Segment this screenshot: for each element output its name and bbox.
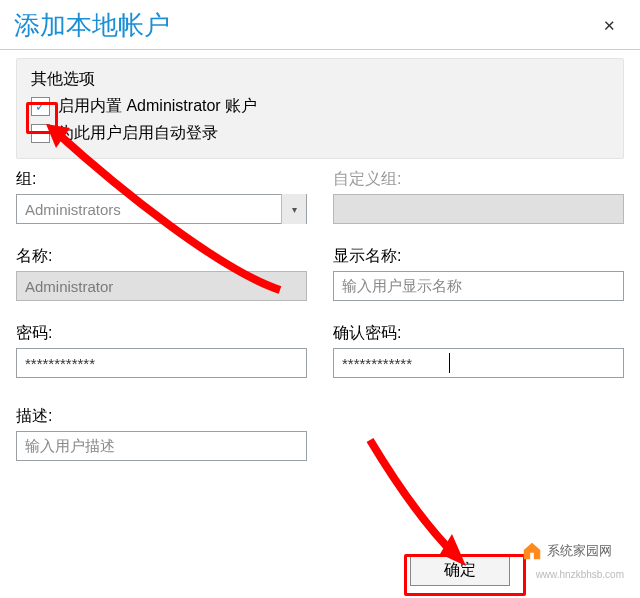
password-field: 密码: ************ [16,323,307,378]
ok-button[interactable]: 确定 [410,554,510,586]
chevron-down-icon: ▾ [281,194,306,224]
dialog-title: 添加本地帐户 [14,8,170,43]
watermark: 系统家园网 [521,540,612,562]
auto-login-checkbox[interactable] [31,124,50,143]
watermark-url: www.hnzkbhsb.com [536,569,624,580]
group-field: 组: Administrators ▾ [16,169,307,224]
close-icon[interactable]: ✕ [597,13,622,39]
other-options-panel: 其他选项 启用内置 Administrator 账户 为此用户启用自动登录 [16,58,624,159]
name-value: Administrator [25,278,113,295]
divider [0,49,640,50]
confirm-password-value: ************ [342,355,412,372]
enable-admin-checkbox[interactable] [31,97,50,116]
group-select[interactable]: Administrators ▾ [16,194,307,224]
text-caret [449,353,450,373]
auto-login-label: 为此用户启用自动登录 [58,123,218,144]
custom-group-field: 自定义组: [333,169,624,224]
description-input[interactable]: 输入用户描述 [16,431,307,461]
confirm-password-input[interactable]: ************ [333,348,624,378]
enable-admin-option[interactable]: 启用内置 Administrator 账户 [31,96,609,117]
description-field: 描述: 输入用户描述 [16,406,307,461]
custom-group-label: 自定义组: [333,169,624,190]
password-value: ************ [25,355,95,372]
name-field: 名称: Administrator [16,246,307,301]
form-body: 组: Administrators ▾ 自定义组: 名称: Administra… [0,169,640,461]
group-label: 组: [16,169,307,190]
title-bar: 添加本地帐户 ✕ [0,0,640,49]
name-input: Administrator [16,271,307,301]
group-value: Administrators [25,201,121,218]
ok-button-label: 确定 [444,560,476,581]
display-name-label: 显示名称: [333,246,624,267]
panel-label: 其他选项 [31,69,609,90]
description-placeholder: 输入用户描述 [25,437,115,456]
confirm-password-field: 确认密码: ************ [333,323,624,378]
confirm-password-label: 确认密码: [333,323,624,344]
password-label: 密码: [16,323,307,344]
name-label: 名称: [16,246,307,267]
display-name-field: 显示名称: 输入用户显示名称 [333,246,624,301]
display-name-placeholder: 输入用户显示名称 [342,277,462,296]
display-name-input[interactable]: 输入用户显示名称 [333,271,624,301]
custom-group-input [333,194,624,224]
add-local-account-dialog: { "title": "添加本地帐户", "close_glyph": "✕",… [0,0,640,598]
watermark-text: 系统家园网 [547,542,612,560]
description-label: 描述: [16,406,307,427]
password-input[interactable]: ************ [16,348,307,378]
house-icon [521,540,543,562]
auto-login-option[interactable]: 为此用户启用自动登录 [31,123,609,144]
enable-admin-label: 启用内置 Administrator 账户 [58,96,257,117]
